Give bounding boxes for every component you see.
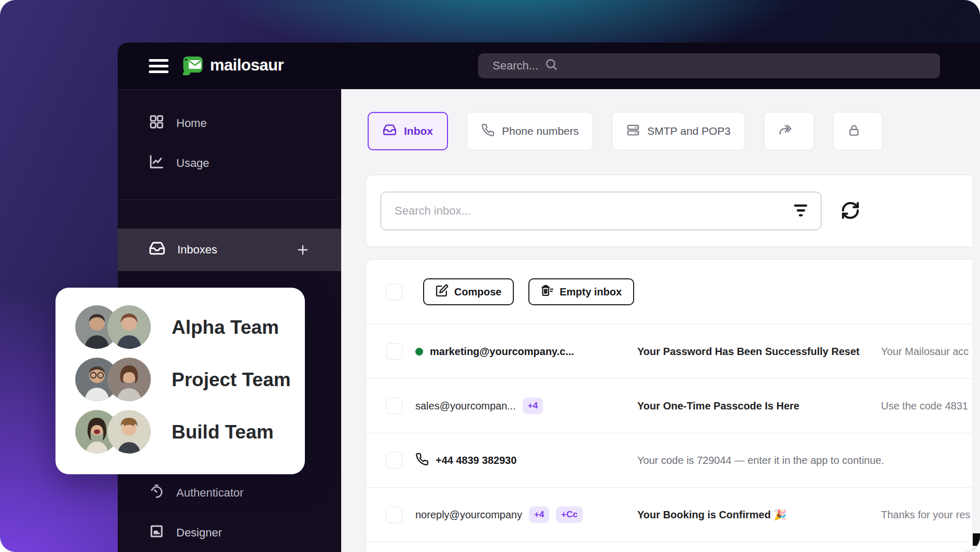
phone-icon — [481, 123, 495, 139]
team-name: Build Team — [172, 421, 274, 443]
recipient-count-badge: +4 — [529, 506, 549, 523]
refresh-button[interactable] — [838, 199, 863, 223]
filter-icon — [792, 202, 809, 220]
tab-locked-partial[interactable] — [833, 112, 883, 150]
tab-label: Inbox — [404, 125, 433, 137]
tab-inbox[interactable]: Inbox — [368, 112, 448, 150]
tab-phone-numbers[interactable]: Phone numbers — [467, 112, 593, 150]
row-checkbox[interactable] — [386, 452, 402, 469]
inbox-search-panel — [366, 175, 972, 247]
server-icon — [626, 123, 640, 139]
timer-icon — [149, 484, 164, 502]
email-sender: noreply@yourcompany — [415, 509, 522, 521]
email-preview: Use the code 4831 — [881, 400, 968, 412]
sidebar-item-inboxes[interactable]: Inboxes — [118, 229, 341, 271]
email-sender: marketing@yourcompany.c... — [430, 346, 574, 358]
empty-inbox-button[interactable]: Empty inbox — [528, 278, 634, 305]
sidebar-divider — [118, 200, 341, 200]
avatar — [107, 305, 151, 349]
sidebar-item-home[interactable]: Home — [118, 108, 341, 139]
inbox-search-input[interactable] — [381, 192, 821, 230]
row-divider — [366, 542, 972, 542]
avatar — [107, 358, 151, 401]
phone-icon — [415, 452, 429, 468]
forward-arrows-icon — [778, 123, 792, 139]
email-row[interactable]: sales@yourcompan... +4 Your One-Time Pas… — [366, 379, 972, 433]
select-all-checkbox[interactable] — [386, 284, 402, 300]
mouse-cursor — [973, 533, 980, 546]
brand-name: mailosaur — [210, 56, 284, 75]
team-name: Alpha Team — [172, 317, 279, 338]
global-search-input[interactable]: Search... — [478, 53, 940, 78]
lock-icon — [847, 123, 861, 139]
tab-bar: Inbox Phone numbers — [368, 112, 980, 150]
sidebar-item-label: Designer — [176, 526, 222, 540]
team-row-project[interactable]: Project Team — [75, 358, 305, 402]
cc-badge: +Cc — [556, 506, 583, 523]
global-search-placeholder: Search... — [493, 59, 538, 73]
sms-number: +44 4839 382930 — [436, 455, 516, 466]
email-row[interactable]: noreply@yourcompany +4 +Cc Your Booking … — [366, 488, 972, 542]
sidebar-item-label: Authenticator — [176, 486, 244, 500]
email-list: Compose Empty inbox — [366, 259, 972, 552]
avatar — [107, 410, 151, 454]
email-subject: Your Booking is Confirmed 🎉 — [637, 508, 881, 521]
top-bar: mailosaur Search... — [118, 43, 980, 89]
filter-button[interactable] — [790, 201, 811, 221]
team-avatars — [75, 410, 154, 455]
compose-button[interactable]: Compose — [423, 278, 514, 305]
sidebar-item-label: Inboxes — [177, 243, 217, 257]
menu-icon[interactable] — [149, 56, 169, 75]
main-content: Inbox Phone numbers — [341, 89, 980, 552]
sidebar-item-authenticator[interactable]: Authenticator — [118, 477, 341, 508]
chart-line-icon — [149, 154, 164, 173]
tab-forwarding-rules[interactable] — [764, 112, 814, 150]
tab-label: Phone numbers — [502, 125, 579, 137]
refresh-icon — [841, 201, 860, 222]
sidebar-item-label: Usage — [176, 157, 209, 170]
tab-label: SMTP and POP3 — [647, 125, 731, 137]
add-inbox-button[interactable] — [296, 243, 310, 257]
email-subject: Your One-Time Passcode Is Here — [637, 400, 881, 412]
unread-dot — [415, 348, 423, 356]
list-toolbar: Compose Empty inbox — [366, 260, 972, 324]
compose-icon — [436, 284, 449, 300]
tab-smtp-pop3[interactable]: SMTP and POP3 — [612, 112, 745, 150]
sidebar-item-usage[interactable]: Usage — [118, 148, 341, 179]
team-row-build[interactable]: Build Team — [75, 410, 305, 455]
team-selector-card: Alpha Team — [55, 288, 305, 474]
sms-row[interactable]: +44 4839 382930 Your code is 729044 — en… — [366, 433, 972, 487]
grid-icon — [149, 114, 164, 133]
sidebar-item-label: Home — [176, 117, 207, 130]
brand[interactable]: mailosaur — [181, 52, 284, 78]
email-row[interactable]: marketing@yourcompany.c... Your Password… — [366, 324, 972, 378]
inbox-icon — [383, 123, 397, 139]
email-preview: Your Mailosaur acc — [881, 346, 969, 358]
row-checkbox[interactable] — [386, 506, 402, 523]
team-name: Project Team — [172, 369, 291, 391]
email-sender: sales@yourcompan... — [415, 400, 516, 412]
inbox-icon — [149, 240, 165, 260]
row-checkbox[interactable] — [386, 343, 402, 360]
sidebar-item-designer[interactable]: Designer — [118, 517, 341, 548]
team-avatars — [75, 305, 154, 350]
page-background: mailosaur Search... — [0, 0, 980, 552]
search-icon — [544, 58, 558, 74]
trash-icon — [541, 284, 554, 300]
frame-icon — [149, 523, 164, 542]
email-subject: Your Password Has Been Successfully Rese… — [637, 346, 881, 358]
recipient-count-badge: +4 — [523, 398, 543, 414]
mailosaur-logo-icon — [181, 52, 205, 78]
team-row-alpha[interactable]: Alpha Team — [75, 305, 305, 350]
sms-message: Your code is 729044 — enter it in the ap… — [637, 455, 884, 466]
team-avatars — [75, 358, 154, 402]
empty-inbox-label: Empty inbox — [559, 286, 622, 298]
email-preview: Thanks for your res — [881, 509, 970, 521]
compose-label: Compose — [454, 286, 501, 298]
row-checkbox[interactable] — [386, 398, 402, 414]
